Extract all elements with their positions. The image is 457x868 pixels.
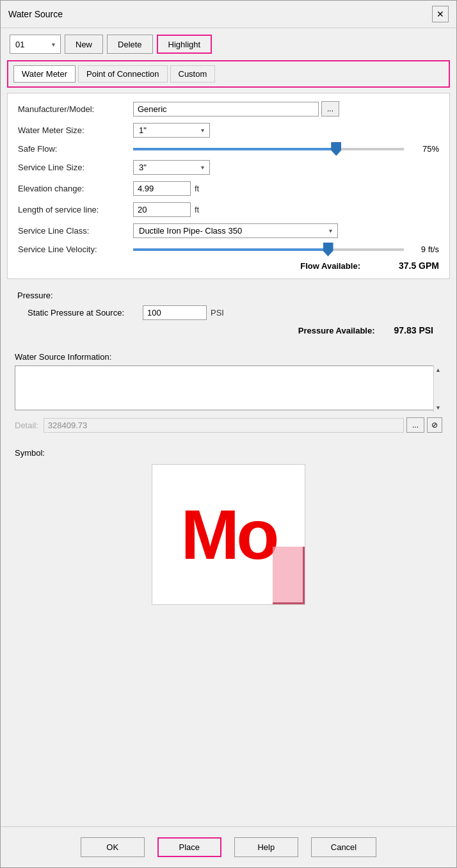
pressure-available-label: Pressure Available: [298,326,375,335]
service-line-velocity-fill [133,248,328,251]
highlight-button[interactable]: Highlight [157,35,212,54]
help-button[interactable]: Help [234,837,298,857]
water-meter-size-value: 1" [139,125,147,135]
manufacturer-label: Manufacturer/Model: [18,104,133,114]
scrollbar: ▲ ▼ [433,366,442,412]
service-line-length-unit: ft [195,205,199,214]
safe-flow-slider-track[interactable] [133,148,404,150]
safe-flow-thumb[interactable] [331,142,341,156]
textarea-wrapper: ▲ ▼ [15,366,442,412]
symbol-text: Mo [181,499,277,570]
service-line-velocity-slider-container: 9 ft/s [133,245,439,254]
static-pressure-unit: PSI [211,308,224,317]
water-source-info-textarea[interactable] [15,366,442,410]
symbol-corner-line-v [303,547,305,604]
flow-available-label: Flow Available: [300,261,360,271]
service-line-class-dropdown[interactable]: Ductile Iron Pipe- Class 350 ▾ [133,223,338,238]
water-meter-size-dropdown[interactable]: 1" ▾ [133,123,210,138]
service-line-velocity-value: 9 ft/s [410,245,439,254]
service-line-velocity-row: Service Line Velocity: 9 ft/s [18,245,439,254]
new-button[interactable]: New [65,35,103,54]
safe-flow-fill [133,148,336,150]
elevation-label: Elevation change: [18,184,133,193]
manufacturer-browse-button[interactable]: ... [321,101,339,117]
service-line-length-label: Length of service line: [18,205,133,214]
ok-button[interactable]: OK [81,837,145,857]
chevron-down-icon: ▾ [201,164,204,171]
pressure-available-value: 97.83 PSI [394,325,434,335]
chevron-down-icon: ▾ [52,41,55,48]
flow-available-value: 37.5 GPM [399,261,439,271]
tabs-section: Water Meter Point of Connection Custom [7,60,450,88]
delete-button[interactable]: Delete [107,35,153,54]
dialog-title: Water Source [8,9,63,19]
symbol-preview: Mo [152,464,305,605]
detail-no-button[interactable]: ⊘ [427,417,442,433]
tab-point-of-connection[interactable]: Point of Connection [78,65,167,83]
water-source-dialog: Water Source ✕ 01 ▾ New Delete Highlight… [0,0,457,868]
service-line-class-value: Ductile Iron Pipe- Class 350 [139,226,242,236]
elevation-row: Elevation change: ft [18,181,439,196]
symbol-corner-line-h [273,602,305,604]
water-meter-size-label: Water Meter Size: [18,125,133,135]
pressure-title: Pressure: [17,291,440,300]
static-pressure-row: Static Pressure at Source: PSI [28,305,440,320]
toolbar: 01 ▾ New Delete Highlight [1,28,456,60]
symbol-corner-decoration [273,547,305,604]
service-line-class-label: Service Line Class: [18,226,133,236]
pressure-available-row: Pressure Available: 97.83 PSI [17,325,440,335]
service-line-size-value: 3" [139,163,147,172]
cancel-button[interactable]: Cancel [311,837,376,857]
tab-custom[interactable]: Custom [170,65,216,83]
main-form: Manufacturer/Model: ... Water Meter Size… [7,93,450,279]
elevation-input[interactable] [133,181,191,196]
detail-browse-button[interactable]: ... [406,417,424,433]
service-line-size-row: Service Line Size: 3" ▾ [18,160,439,175]
detail-label: Detail: [15,421,38,430]
service-line-size-label: Service Line Size: [18,163,133,172]
water-source-info-section: Water Source Information: ▲ ▼ Detail: ..… [7,347,450,438]
safe-flow-slider-container: 75% [133,144,439,154]
service-line-size-dropdown[interactable]: 3" ▾ [133,160,210,175]
manufacturer-input[interactable] [133,102,319,117]
manufacturer-row: Manufacturer/Model: ... [18,101,439,117]
place-button[interactable]: Place [157,837,221,857]
water-source-info-title: Water Source Information: [15,352,442,362]
service-line-velocity-label: Service Line Velocity: [18,245,133,254]
scroll-down-icon[interactable]: ▼ [435,405,441,411]
symbol-title: Symbol: [15,448,442,458]
safe-flow-label: Safe Flow: [18,144,133,154]
tab-water-meter[interactable]: Water Meter [13,65,76,83]
service-line-length-input[interactable] [133,202,191,217]
water-meter-size-row: Water Meter Size: 1" ▾ [18,123,439,138]
detail-row: Detail: ... ⊘ [15,417,442,433]
service-line-velocity-thumb[interactable] [323,243,333,257]
pressure-section: Pressure: Static Pressure at Source: PSI… [7,284,450,342]
symbol-section: Symbol: Mo [7,443,450,610]
flow-available-row: Flow Available: 37.5 GPM [18,261,439,271]
chevron-down-icon: ▾ [329,227,332,234]
close-button[interactable]: ✕ [432,6,449,22]
service-line-length-row: Length of service line: ft [18,202,439,217]
safe-flow-row: Safe Flow: 75% [18,144,439,154]
source-dropdown-value: 01 [15,40,24,49]
elevation-unit: ft [195,184,199,193]
scroll-up-icon[interactable]: ▲ [435,367,441,373]
footer: OK Place Help Cancel [1,826,456,867]
service-line-class-row: Service Line Class: Ductile Iron Pipe- C… [18,223,439,238]
chevron-down-icon: ▾ [201,127,204,134]
static-pressure-label: Static Pressure at Source: [28,308,143,317]
title-bar: Water Source ✕ [1,1,456,28]
source-dropdown[interactable]: 01 ▾ [10,35,61,54]
static-pressure-input[interactable] [143,305,207,320]
detail-input[interactable] [44,418,404,433]
safe-flow-value: 75% [410,144,439,154]
service-line-velocity-track[interactable] [133,248,404,251]
